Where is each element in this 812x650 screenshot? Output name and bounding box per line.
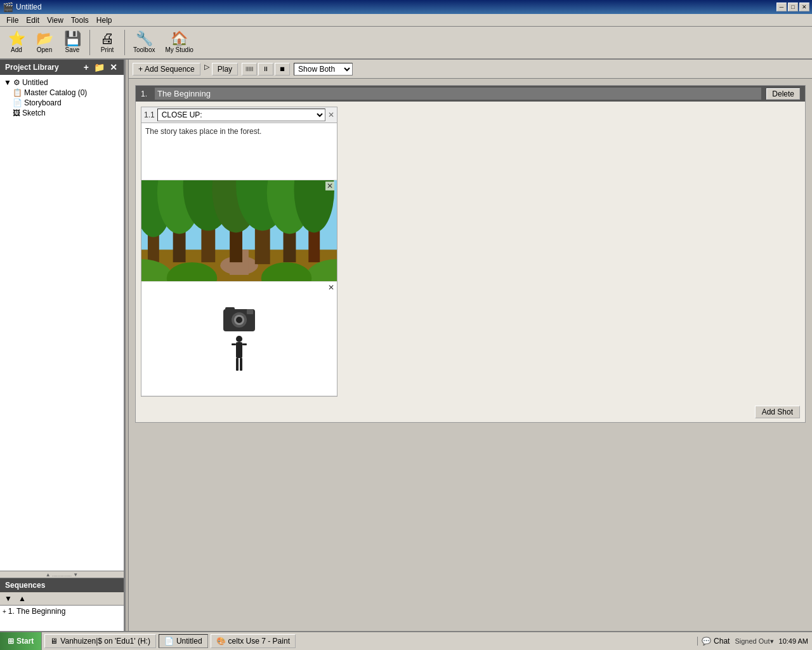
print-button[interactable]: 🖨 Print (95, 30, 120, 55)
shot-description[interactable]: The story takes place in the forest. (141, 123, 337, 180)
svg-rect-27 (247, 309, 253, 314)
sequences-list: + 1. The Beginning (0, 606, 124, 631)
shots-container: 1.1 CLOSE UP: MEDIUM SHOT: WIDE SHOT: EX… (136, 102, 805, 402)
title-bar: 🎬 Untitled ─ □ ✕ (0, 0, 812, 14)
mystudio-icon: 🏠 (171, 32, 188, 46)
toolbox-button[interactable]: 🔧 Toolbox (129, 30, 159, 55)
storyboard-icon: 📄 (13, 98, 22, 107)
collapse-handle[interactable]: ▲ .............. ▼ (0, 571, 124, 578)
sketch-icon: 🖼 (13, 109, 20, 117)
sequence-item-label: 1. The Beginning (8, 607, 66, 616)
mystudio-button[interactable]: 🏠 My Studio (161, 30, 197, 55)
svg-point-28 (236, 336, 242, 342)
open-button[interactable]: 📂 Open (32, 30, 57, 55)
app-icon: 🎬 (3, 2, 13, 12)
menu-tools[interactable]: Tools (67, 15, 93, 26)
shot-close-button[interactable]: ✕ (328, 110, 334, 119)
save-label: Save (65, 46, 80, 53)
sequence-toolbar: + Add Sequence ▷ Play ⦀⦀⦀ ⏸ ⏹ Show Both … (129, 60, 812, 79)
sketch-close-button[interactable]: ✕ (328, 283, 334, 292)
sequence-item-1[interactable]: + 1. The Beginning (0, 606, 124, 617)
mystudio-label: My Studio (165, 46, 193, 53)
tree-root[interactable]: ▼ ⚙ Untitled (3, 77, 121, 88)
stop-button[interactable]: ⏹ (275, 63, 290, 76)
sequences-toolbar: ▼ ▲ (0, 592, 124, 606)
play-button[interactable]: Play (212, 63, 238, 76)
add-button[interactable]: ⭐ Add (4, 30, 29, 55)
menu-file[interactable]: File (3, 15, 22, 26)
tree-storyboard[interactable]: 📄 Storyboard (11, 98, 121, 108)
shot-type-select[interactable]: CLOSE UP: MEDIUM SHOT: WIDE SHOT: EXTREM… (157, 109, 325, 121)
taskbar-item-paint-label: celtx Use 7 - Paint (228, 637, 290, 646)
pl-close-button[interactable]: ✕ (108, 62, 119, 72)
sequence-number: 1. (141, 90, 147, 98)
image-close-button[interactable]: ✕ (325, 182, 334, 190)
pl-toolbar: + 📁 ✕ (82, 62, 119, 72)
pl-add-button[interactable]: + (82, 62, 90, 72)
taskbar-item-vanhuizen[interactable]: 🖥 Vanhuizen|$ on 'Edu1' (H:) (44, 634, 156, 648)
seq-up-btn[interactable]: ▲ (16, 594, 28, 604)
add-sequence-button[interactable]: + Add Sequence (133, 63, 200, 76)
add-sequence-label: Add Sequence (145, 65, 195, 74)
chat-icon: 💬 (702, 637, 711, 646)
clock-display: 10:49 AM (779, 637, 808, 645)
menu-bar: File Edit View Tools Help (0, 14, 812, 27)
open-icon: 📂 (36, 32, 53, 46)
menu-edit[interactable]: Edit (22, 15, 43, 26)
columns-button[interactable]: ⦀⦀⦀ (242, 63, 257, 76)
sequences-panel: Sequences ▼ ▲ + 1. The Beginning (0, 578, 124, 631)
start-icon: ⊞ (8, 637, 14, 646)
svg-rect-30 (236, 358, 239, 371)
tree-root-label: Untitled (22, 78, 48, 87)
tree-master-catalog[interactable]: 📋 Master Catalog (0) (11, 88, 121, 98)
taskbar-item-untitled[interactable]: 📄 Untitled (159, 634, 208, 648)
svg-rect-32 (232, 343, 236, 345)
svg-rect-33 (242, 343, 247, 345)
print-label: Print (101, 46, 114, 53)
menu-help[interactable]: Help (93, 15, 116, 26)
window-title: Untitled (16, 3, 776, 11)
save-button[interactable]: 💾 Save (60, 30, 85, 55)
restore-button[interactable]: □ (788, 3, 798, 11)
sequence-title-bar: 1. Delete (136, 86, 805, 102)
add-sequence-icon: + (138, 65, 143, 74)
tree-root-icon: ⚙ (13, 78, 20, 87)
play-label: Play (218, 65, 232, 74)
storyboard-label: Storyboard (24, 98, 62, 107)
sequence-block-1: 1. Delete 1.1 CLOSE UP: MEDIUM SHOT: WID… (135, 85, 806, 423)
add-shot-area: Add Shot (136, 402, 805, 422)
minimize-button[interactable]: ─ (776, 3, 787, 11)
add-shot-button[interactable]: Add Shot (755, 406, 800, 418)
signed-out-label[interactable]: Signed Out▾ (735, 637, 773, 646)
save-icon: 💾 (64, 32, 81, 46)
tree-sketch[interactable]: 🖼 Sketch (11, 108, 121, 118)
sequences-header: Sequences (0, 578, 124, 592)
toolbox-icon: 🔧 (136, 32, 153, 46)
main-layout: Project Library + 📁 ✕ ▼ ⚙ Untitled 📋 Mas… (0, 60, 812, 631)
taskbar: ⊞ Start 🖥 Vanhuizen|$ on 'Edu1' (H:) 📄 U… (0, 631, 812, 650)
sequence-title-input[interactable] (155, 88, 761, 100)
pl-folder-button[interactable]: 📁 (93, 62, 106, 72)
shot-card-1-1: 1.1 CLOSE UP: MEDIUM SHOT: WIDE SHOT: EX… (141, 107, 337, 397)
start-button[interactable]: ⊞ Start (0, 632, 42, 650)
view-select[interactable]: Show Both Show Text Show Image (294, 63, 353, 76)
svg-rect-23 (225, 307, 235, 312)
play-icon-small: ▷ (204, 63, 209, 76)
taskbar-item-paint[interactable]: 🎨 celtx Use 7 - Paint (211, 634, 296, 648)
project-tree: ▼ ⚙ Untitled 📋 Master Catalog (0) 📄 Stor… (0, 75, 124, 571)
chat-label: Chat (714, 637, 730, 646)
delete-sequence-button[interactable]: Delete (766, 88, 800, 100)
open-label: Open (37, 46, 52, 53)
pause-button[interactable]: ⏸ (258, 63, 273, 76)
close-button[interactable]: ✕ (799, 3, 809, 11)
seq-expand-icon: + (3, 608, 6, 615)
menu-view[interactable]: View (43, 15, 67, 26)
window-controls: ─ □ ✕ (776, 3, 809, 11)
transport-controls: ⦀⦀⦀ ⏸ ⏹ (242, 63, 290, 76)
toolbar-separator (89, 30, 90, 55)
seq-down-btn[interactable]: ▼ (3, 594, 14, 604)
taskbar-item-paint-icon: 🎨 (216, 637, 226, 646)
chat-area[interactable]: 💬 Chat (702, 637, 730, 646)
svg-point-26 (236, 317, 242, 323)
project-library-header: Project Library + 📁 ✕ (0, 60, 124, 75)
